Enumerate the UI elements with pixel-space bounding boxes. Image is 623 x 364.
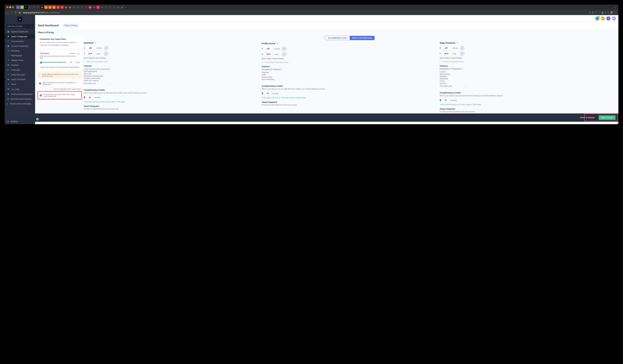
sidebar-item-partners[interactable]: ✥Partners <box>5 63 35 67</box>
sidebar-item-affiliate-portal[interactable]: ⚘Affiliate Portal <box>5 58 35 63</box>
profile-avatar[interactable] <box>610 11 613 14</box>
user-avatar[interactable]: ST <box>612 17 616 20</box>
learn-setup-fee-link[interactable]: Learn how to add one-time setup fee to t… <box>40 66 80 68</box>
back-button[interactable]: ← <box>6 11 9 14</box>
browser-tab[interactable]: ▫ <box>28 5 32 9</box>
edit-icon[interactable]: ✎ <box>457 42 458 44</box>
min-dot[interactable] <box>9 6 11 8</box>
sidebar-item-agency-dashboard[interactable]: ▦Agency Dashboard <box>5 29 35 34</box>
sidebar-item-secondcustomlinkupd-[interactable]: ◎SecondCustomLinkUpd... <box>5 97 35 101</box>
save-button[interactable]: Save Changes <box>599 115 616 120</box>
browser-tab[interactable]: ✱ <box>84 5 88 9</box>
price-month-input[interactable] <box>442 46 451 50</box>
sidebar-item-university[interactable]: 🎓University <box>5 67 35 72</box>
forward-button[interactable]: → <box>11 11 13 14</box>
browser-tab[interactable]: M <box>60 5 64 9</box>
browser-tab[interactable]: ▬ <box>52 5 56 9</box>
sidebar-item-account-snapshots[interactable]: ▣Account Snapshots <box>5 44 35 48</box>
bell-icon[interactable]: 🔔 <box>601 17 605 20</box>
browser-tab[interactable]: ◉ <box>44 5 48 9</box>
credits-input[interactable] <box>265 91 271 96</box>
browser-tab[interactable]: ▤ <box>56 5 60 9</box>
browser-tab[interactable]: ✦ <box>104 5 108 9</box>
browser-tab-active[interactable]: ◆ <box>40 5 44 9</box>
browser-tab[interactable]: ▫ <box>36 5 40 9</box>
browser-tab[interactable]: ● <box>96 5 100 9</box>
sidebar-item-saas-fasttrack[interactable]: ⏭SaaS FastTrack <box>5 77 35 82</box>
link-month-button[interactable]: 🔗 <box>282 47 286 51</box>
browser-tab[interactable]: 🔥 <box>64 5 68 9</box>
stripe-details-link[interactable]: Show Stripe Product Details <box>84 57 260 59</box>
location-icon[interactable]: ⊙ <box>589 11 591 14</box>
view-more-link[interactable]: View More (+2)⌄ <box>84 82 260 84</box>
allow-upgrade-checkbox[interactable] <box>39 82 41 84</box>
reload-button[interactable]: ⟳ <box>15 11 17 14</box>
back-floating-button[interactable]: ‹ <box>36 118 39 121</box>
browser-tab[interactable]: § <box>72 5 76 9</box>
trial-days-input[interactable] <box>67 60 74 64</box>
menu-icon[interactable]: ⋮ <box>614 11 617 14</box>
ext-icon[interactable]: ▦ <box>601 11 604 14</box>
sidebar-item-marketplace[interactable]: ⌂Marketplace <box>5 53 35 58</box>
suspend-checkbox[interactable] <box>40 94 42 96</box>
browser-tab[interactable]: ◉ <box>92 5 96 9</box>
browser-tab[interactable]: ○ <box>76 5 80 9</box>
browser-tab[interactable]: ▫ <box>32 5 36 9</box>
link-year-button[interactable]: 🔗 <box>104 52 108 56</box>
sidebar-item-sub-accounts[interactable]: ⚇Sub-Accounts <box>5 39 35 44</box>
stripe-details-link[interactable]: Show Stripe Product Details <box>262 58 438 60</box>
tab-build-own[interactable]: BUILD YOUR OWN PLAN <box>350 36 375 40</box>
edit-icon[interactable]: ✎ <box>276 42 278 45</box>
sidebar-item-saas-education[interactable]: ✎SaaS Education <box>5 72 35 77</box>
sidebar-item-firstcustomlinkupdated[interactable]: ✱FirstCustomLinkupdated <box>5 92 35 97</box>
tab-recommended[interactable]: RECOMMENDED PLANS <box>325 36 350 40</box>
link-month-button[interactable]: 🔗 <box>460 46 464 50</box>
puzzle-icon[interactable]: ✦ <box>605 11 607 14</box>
close-dot[interactable] <box>6 6 8 8</box>
stripe-details-link[interactable]: Show Stripe Product Details <box>440 57 616 59</box>
browser-tab[interactable]: ◉ <box>88 5 92 9</box>
sidebar-item-saas-configurator[interactable]: ⧉SaaS Configurator <box>5 34 35 39</box>
price-month-input[interactable] <box>86 46 95 50</box>
browser-tab[interactable]: ○ <box>80 5 84 9</box>
price-month-input[interactable] <box>264 47 272 51</box>
learn-more-link[interactable]: Learn more <box>72 88 82 90</box>
account-switcher[interactable]: Click here to switch ▴▾ <box>6 24 34 28</box>
browser-tab[interactable]: ▲ <box>100 5 104 9</box>
sidebar-item-loc-opp[interactable]: 知Loc_Opp <box>5 86 35 92</box>
help-icon[interactable]: ? <box>606 17 610 20</box>
link-year-button[interactable]: 🔗 <box>282 52 286 56</box>
sidebar-item-settings[interactable]: ⚙ Settings <box>5 119 35 124</box>
url-text[interactable]: staging.gohighlevel.com/saas_dashboard <box>23 11 587 14</box>
sidebar-item-thirdcustomlinkhadjdg-[interactable]: ▸ThirdCustomLinkhadjdg... <box>5 101 35 106</box>
reset-button[interactable]: Reset to defaults <box>578 115 597 120</box>
sidebar-item-ideas[interactable]: ✦Ideas <box>5 82 35 86</box>
price-year-input[interactable] <box>442 52 451 56</box>
link-year-button[interactable]: 🔗 <box>460 52 464 56</box>
sidebar-item-reselling[interactable]: ↺Reselling <box>5 48 35 53</box>
browser-tab[interactable]: ▲ <box>120 5 124 9</box>
view-more-link[interactable]: View More (+9)⌄ <box>440 85 616 87</box>
link-month-button[interactable]: 🔗 <box>104 46 108 50</box>
key-icon[interactable]: ⚿ <box>592 11 594 14</box>
browser-tab[interactable]: ▫ <box>112 5 116 9</box>
star-icon[interactable]: ☆ <box>598 11 600 14</box>
trial-toggle[interactable] <box>76 52 80 55</box>
new-tab-button[interactable]: + <box>125 6 126 9</box>
max-dot[interactable] <box>12 6 14 8</box>
price-year-input[interactable] <box>86 52 95 56</box>
browser-tab[interactable]: C <box>16 5 20 9</box>
bookmark-icon[interactable]: ⇧ <box>595 11 597 14</box>
tabs-overflow-icon[interactable]: ⌄ <box>615 6 617 9</box>
credits-input[interactable] <box>86 95 93 100</box>
edit-icon[interactable]: ✎ <box>95 42 96 44</box>
browser-tab[interactable]: ※ <box>108 5 112 9</box>
tab-plans-pricing[interactable]: Plans & Pricing <box>63 24 79 27</box>
trial-slider[interactable] <box>40 62 66 62</box>
browser-tab[interactable]: 🔥 <box>68 5 72 9</box>
browser-tab[interactable]: d. <box>24 5 28 9</box>
browser-tab[interactable]: ▮ <box>116 5 120 9</box>
browser-tab[interactable]: ● <box>20 5 24 9</box>
browser-tab[interactable]: ▬ <box>48 5 52 9</box>
price-year-input[interactable] <box>264 52 272 56</box>
